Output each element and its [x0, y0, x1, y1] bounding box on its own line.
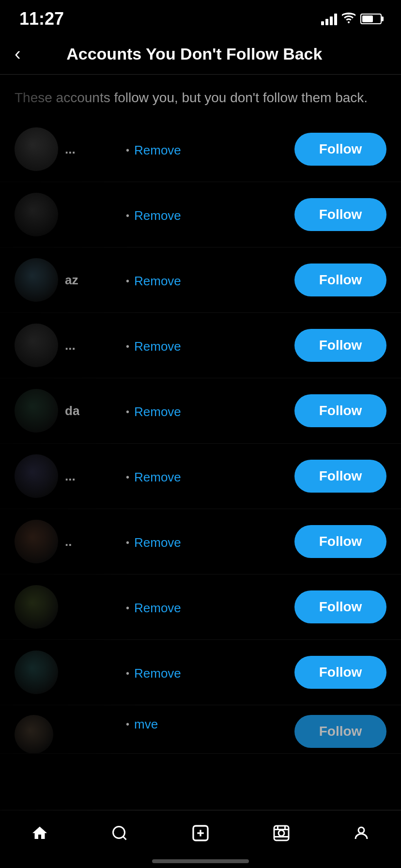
- avatar: [15, 454, 58, 498]
- avatar: [15, 193, 58, 236]
- remove-button[interactable]: mve: [134, 717, 158, 732]
- status-bar: 11:27: [0, 0, 401, 34]
- status-icons: [321, 12, 382, 27]
- account-info: • Remove: [126, 337, 286, 354]
- svg-point-11: [358, 827, 364, 833]
- account-name: ..: [65, 534, 72, 549]
- signal-icon: [321, 13, 337, 25]
- avatar-area: [15, 193, 121, 236]
- list-item: • Remove Follow: [0, 640, 401, 705]
- avatar: [15, 651, 58, 694]
- avatar-area: [15, 715, 121, 754]
- remove-button[interactable]: Remove: [134, 601, 181, 616]
- account-handle: • Remove: [126, 208, 286, 223]
- reels-icon: [273, 824, 290, 845]
- list-item: az • Remove Follow: [0, 248, 401, 313]
- avatar: [15, 520, 58, 563]
- account-handle: • mve: [126, 717, 286, 732]
- account-name: az: [65, 273, 78, 288]
- avatar: [15, 715, 53, 754]
- account-info: • Remove: [126, 599, 286, 616]
- account-name: ...: [65, 338, 76, 353]
- svg-point-6: [278, 830, 284, 836]
- home-indicator: [152, 859, 249, 863]
- nav-reels[interactable]: [273, 824, 290, 845]
- remove-button[interactable]: Remove: [134, 666, 181, 681]
- avatar-area: [15, 585, 121, 629]
- remove-button[interactable]: Remove: [134, 143, 181, 158]
- follow-button[interactable]: Follow: [294, 394, 386, 427]
- battery-icon: [360, 14, 382, 24]
- remove-button[interactable]: Remove: [134, 208, 181, 223]
- home-icon: [31, 824, 48, 845]
- svg-line-1: [123, 836, 126, 839]
- account-name: da: [65, 403, 79, 418]
- nav-search[interactable]: [111, 824, 128, 845]
- follow-button[interactable]: Follow: [294, 590, 386, 623]
- back-button[interactable]: ‹: [15, 44, 21, 64]
- account-handle: • Remove: [126, 404, 286, 419]
- account-info: • Remove: [126, 664, 286, 681]
- account-info: • Remove: [126, 206, 286, 223]
- avatar-area: da: [15, 389, 121, 433]
- list-item: • Remove Follow: [0, 574, 401, 640]
- account-handle: • Remove: [126, 274, 286, 289]
- follow-button[interactable]: Follow: [294, 656, 386, 689]
- avatar: [15, 585, 58, 629]
- avatar-area: ..: [15, 520, 121, 563]
- remove-button[interactable]: Remove: [134, 274, 181, 289]
- svg-point-0: [113, 826, 125, 838]
- account-handle: • Remove: [126, 470, 286, 485]
- page-title: Accounts You Don't Follow Back: [31, 45, 358, 63]
- follow-button[interactable]: Follow: [294, 329, 386, 362]
- account-handle: • Remove: [126, 666, 286, 681]
- remove-button[interactable]: Remove: [134, 404, 181, 419]
- follow-button[interactable]: Follow: [294, 198, 386, 231]
- avatar-area: az: [15, 258, 121, 302]
- account-name: ...: [65, 469, 76, 484]
- remove-button[interactable]: Remove: [134, 470, 181, 485]
- account-list: ... • Remove Follow • Remove Follow: [0, 117, 401, 817]
- search-icon: [111, 824, 128, 845]
- list-item: .. • Remove Follow: [0, 509, 401, 574]
- follow-button[interactable]: Follow: [294, 715, 386, 748]
- account-handle: • Remove: [126, 143, 286, 158]
- list-item: da • Remove Follow: [0, 378, 401, 444]
- list-item: ... • Remove Follow: [0, 117, 401, 182]
- account-handle: • Remove: [126, 601, 286, 616]
- account-info: • Remove: [126, 272, 286, 289]
- avatar: [15, 324, 58, 367]
- svg-rect-5: [274, 826, 289, 840]
- remove-button[interactable]: Remove: [134, 535, 181, 550]
- nav-profile[interactable]: [353, 824, 370, 845]
- subtitle-text: These accounts follow you, but you don't…: [0, 75, 401, 117]
- account-handle: • Remove: [126, 535, 286, 550]
- avatar-area: [15, 651, 121, 694]
- remove-button[interactable]: Remove: [134, 339, 181, 354]
- follow-button[interactable]: Follow: [294, 133, 386, 166]
- account-info: • Remove: [126, 403, 286, 419]
- list-item: ... • Remove Follow: [0, 444, 401, 509]
- account-handle: • Remove: [126, 339, 286, 354]
- account-info: • Remove: [126, 141, 286, 158]
- wifi-icon: [342, 12, 355, 27]
- nav-home[interactable]: [31, 824, 48, 845]
- follow-button[interactable]: Follow: [294, 525, 386, 558]
- avatar-area: ...: [15, 324, 121, 367]
- profile-icon: [353, 824, 370, 845]
- avatar-area: ...: [15, 127, 121, 171]
- follow-button[interactable]: Follow: [294, 264, 386, 296]
- avatar: [15, 127, 58, 171]
- list-item: ... • Remove Follow: [0, 313, 401, 378]
- account-name: ...: [65, 142, 76, 157]
- account-info: • mve: [126, 715, 286, 732]
- avatar: [15, 258, 58, 302]
- avatar: [15, 389, 58, 433]
- list-item: • Remove Follow: [0, 182, 401, 248]
- account-info: • Remove: [126, 468, 286, 485]
- nav-create[interactable]: [191, 823, 210, 846]
- header: ‹ Accounts You Don't Follow Back: [0, 34, 401, 75]
- status-time: 11:27: [19, 9, 64, 29]
- follow-button[interactable]: Follow: [294, 460, 386, 493]
- create-icon: [191, 823, 210, 846]
